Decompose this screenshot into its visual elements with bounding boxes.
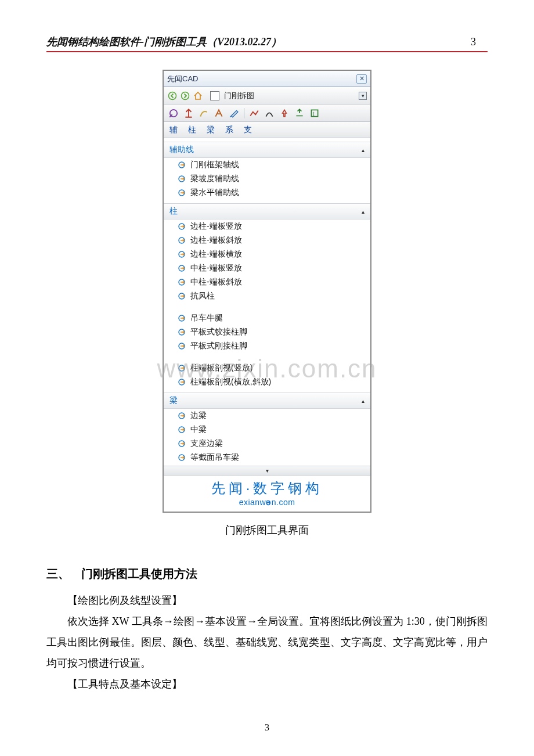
list-item[interactable]: 中柱-端板斜放 — [164, 275, 370, 289]
header-title: 先闻钢结构绘图软件-门刚拆图工具（V2013.02.27） — [46, 35, 282, 49]
list-item[interactable]: 平板式刚接柱脚 — [164, 339, 370, 353]
list-item[interactable]: 边柱-端板斜放 — [164, 233, 370, 247]
list-item[interactable]: 边柱-端板横放 — [164, 247, 370, 261]
bullet-icon — [178, 440, 186, 448]
list-item[interactable]: 边梁 — [164, 409, 370, 423]
list-item[interactable]: 中梁 — [164, 423, 370, 437]
list-item[interactable]: 柱端板剖视(横放,斜放) — [164, 375, 370, 389]
list-item[interactable]: 平板式铰接柱脚 — [164, 325, 370, 339]
bullet-icon — [178, 453, 186, 462]
home-icon[interactable] — [193, 91, 203, 101]
tool-icon-9[interactable] — [294, 108, 305, 118]
tool-icon-4[interactable] — [214, 108, 224, 118]
svg-point-0 — [169, 92, 176, 99]
figure-caption: 门刚拆图工具界面 — [46, 523, 488, 537]
logo-main-text: 先闻·数字钢构 — [164, 479, 370, 498]
tool-icon-2[interactable] — [183, 108, 194, 118]
tool-icon-1[interactable] — [168, 108, 179, 118]
section-heading: 三、 门刚拆图工具使用方法 — [46, 566, 488, 582]
dropdown-icon[interactable]: ▾ — [359, 92, 367, 100]
forward-icon[interactable] — [180, 91, 190, 101]
bullet-icon — [178, 292, 186, 300]
page-header: 先闻钢结构绘图软件-门刚拆图工具（V2013.02.27） 3 — [46, 35, 488, 52]
bullet-icon — [178, 426, 186, 434]
paragraph: 依次选择 XW 工具条→绘图→基本设置→全局设置。宜将图纸比例设置为 1:30，… — [46, 611, 488, 674]
bullet-icon — [178, 161, 186, 169]
brand-logo: 先闻·数字钢构 exianwən.com — [164, 475, 370, 512]
close-icon[interactable]: ✕ — [356, 74, 367, 84]
tab-column[interactable]: 柱 — [188, 125, 196, 135]
group-title: 柱 — [169, 206, 178, 217]
list-item[interactable]: 边柱-端板竖放 — [164, 219, 370, 233]
tool-icon-5[interactable] — [229, 108, 239, 118]
paragraph: 【绘图比例及线型设置】 — [46, 590, 488, 611]
bullet-icon — [178, 189, 186, 197]
tab-system[interactable]: 系 — [225, 125, 233, 135]
bullet-icon — [178, 342, 186, 350]
bullet-icon — [178, 278, 186, 286]
bullet-icon — [178, 328, 186, 336]
header-page-number: 3 — [471, 36, 488, 48]
bullet-icon — [178, 314, 186, 322]
toolbar-separator — [244, 108, 244, 118]
collapse-icon[interactable]: ▴ — [362, 147, 365, 153]
svg-text:t: t — [313, 110, 315, 117]
group-header-aux[interactable]: 辅助线 ▴ — [164, 142, 370, 158]
list-item[interactable]: 等截面吊车梁 — [164, 451, 370, 465]
tab-brace[interactable]: 支 — [244, 125, 252, 135]
list-item[interactable]: 吊车牛腿 — [164, 311, 370, 325]
list-item[interactable]: 抗风柱 — [164, 289, 370, 303]
bullet-icon — [178, 412, 186, 420]
cad-toolbar: t — [164, 105, 370, 122]
bullet-icon — [178, 222, 186, 231]
group-header-column[interactable]: 柱 ▴ — [164, 203, 370, 219]
cad-tabs: 辅 柱 梁 系 支 — [164, 122, 370, 138]
svg-point-1 — [182, 92, 189, 99]
group-title: 梁 — [169, 395, 178, 406]
list-item[interactable]: 梁坡度辅助线 — [164, 172, 370, 186]
group-header-beam[interactable]: 梁 ▴ — [164, 393, 370, 409]
cad-titlebar: 先闻CAD ✕ — [164, 71, 370, 87]
bullet-icon — [178, 250, 186, 258]
bullet-icon — [178, 236, 186, 244]
bullet-icon — [178, 364, 186, 372]
back-icon[interactable] — [167, 91, 178, 101]
tool-icon-6[interactable] — [249, 108, 259, 118]
stop-icon[interactable] — [210, 91, 219, 100]
group-title: 辅助线 — [169, 145, 194, 155]
cad-window-title: 先闻CAD — [167, 74, 198, 84]
scroll-down-icon[interactable]: ▾ — [164, 466, 370, 475]
paragraph: 【工具特点及基本设定】 — [46, 674, 488, 694]
logo-sub-text: exianwən.com — [164, 498, 370, 507]
tool-icon-7[interactable] — [264, 108, 275, 118]
collapse-icon[interactable]: ▴ — [362, 208, 365, 215]
tool-icon-8[interactable] — [279, 108, 290, 118]
list-item[interactable]: 柱端板剖视(竖放) — [164, 361, 370, 375]
collapse-icon[interactable]: ▴ — [362, 398, 365, 404]
cad-panel: 先闻CAD ✕ 门刚拆图 ▾ — [163, 70, 371, 513]
tab-beam[interactable]: 梁 — [207, 125, 215, 135]
list-item[interactable]: 梁水平辅助线 — [164, 186, 370, 200]
bullet-icon — [178, 264, 186, 272]
tool-icon-10[interactable]: t — [309, 108, 320, 118]
footer-page-number: 3 — [0, 722, 534, 733]
nav-label: 门刚拆图 — [224, 91, 356, 101]
bullet-icon — [178, 378, 186, 386]
cad-nav-bar: 门刚拆图 ▾ — [164, 87, 370, 105]
tab-aux[interactable]: 辅 — [169, 125, 178, 135]
tool-icon-3[interactable] — [199, 108, 209, 118]
list-item[interactable]: 支座边梁 — [164, 437, 370, 451]
list-item[interactable]: 门刚框架轴线 — [164, 158, 370, 172]
bullet-icon — [178, 175, 186, 183]
cad-tree: 辅助线 ▴ 门刚框架轴线 梁坡度辅助线 梁水平辅助线 柱 ▴ 边柱-端板竖放 边… — [164, 138, 370, 466]
list-item[interactable]: 中柱-端板竖放 — [164, 261, 370, 275]
